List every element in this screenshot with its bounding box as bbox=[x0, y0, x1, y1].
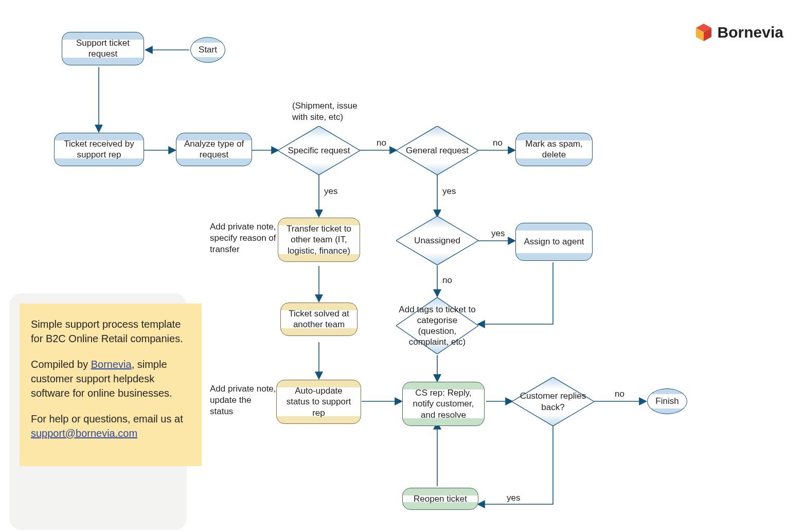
edge-label-replies-yes: yes bbox=[507, 493, 520, 503]
node-start: Start bbox=[190, 37, 225, 63]
node-support-ticket-request: Support ticket request bbox=[62, 32, 144, 65]
link-bornevia[interactable]: Bornevia bbox=[91, 359, 132, 370]
node-label: CS rep: Reply, notify customer, and reso… bbox=[410, 387, 477, 420]
node-assign-agent: Assign to agent bbox=[515, 223, 593, 261]
node-label: Start bbox=[199, 45, 217, 55]
flowchart-canvas: Bornevia bbox=[0, 0, 804, 532]
edge-label-general-yes: yes bbox=[442, 186, 456, 197]
node-unassigned: Unassigned bbox=[396, 216, 478, 265]
edge-label-specific-no: no bbox=[377, 138, 386, 148]
node-transfer-ticket: Transfer ticket to other team (IT, logis… bbox=[278, 218, 360, 262]
link-support-email[interactable]: support@bornevia.com bbox=[31, 428, 137, 439]
edge-label-unassigned-yes: yes bbox=[491, 228, 505, 239]
node-customer-replies: Customer replies back? bbox=[512, 377, 594, 426]
info-panel: Simple support process template for B2C … bbox=[20, 304, 202, 466]
brand-logo: Bornevia bbox=[694, 23, 783, 42]
node-specific-request: Specific request bbox=[278, 126, 360, 175]
bornevia-logo-icon bbox=[694, 23, 713, 42]
node-mark-spam: Mark as spam, delete bbox=[515, 133, 593, 166]
edge-label-unassigned-no: no bbox=[442, 275, 452, 286]
annotation-specific-request: (Shipment, issue with site, etc) bbox=[292, 100, 364, 123]
node-label: Customer replies back? bbox=[517, 391, 589, 413]
node-finish: Finish bbox=[647, 388, 687, 414]
node-label: General request bbox=[406, 145, 469, 156]
node-label: Specific request bbox=[288, 145, 350, 156]
edge-label-general-no: no bbox=[493, 138, 503, 148]
node-label: Ticket solved at another team bbox=[288, 308, 350, 330]
annotation-transfer: Add private note, specify reason of tran… bbox=[210, 221, 277, 255]
node-ticket-received: Ticket received by support rep bbox=[54, 133, 144, 166]
node-label: Transfer ticket to other team (IT, logis… bbox=[285, 223, 352, 256]
node-analyze: Analyze type of request bbox=[176, 133, 252, 166]
node-general-request: General request bbox=[396, 126, 478, 175]
node-label: Assign to agent bbox=[524, 236, 584, 247]
node-cs-reply: CS rep: Reply, notify customer, and reso… bbox=[402, 382, 485, 426]
node-label: Finish bbox=[655, 396, 678, 406]
node-label: Ticket received by support rep bbox=[62, 138, 136, 161]
info-paragraph-3: For help or questions, email us at suppo… bbox=[31, 412, 190, 440]
edge-label-replies-no: no bbox=[615, 389, 624, 399]
node-label: Auto-update status to support rep bbox=[284, 385, 353, 418]
node-auto-update: Auto-update status to support rep bbox=[276, 380, 361, 424]
node-solved-other-team: Ticket solved at another team bbox=[280, 303, 358, 336]
info-paragraph-1: Simple support process template for B2C … bbox=[31, 317, 190, 346]
node-label: Add tags to ticket to categorise (questi… bbox=[399, 304, 476, 348]
node-label: Reopen ticket bbox=[414, 493, 467, 504]
annotation-auto-update: Add private note, update the status bbox=[210, 383, 277, 417]
node-add-tags: Add tags to ticket to categorise (questi… bbox=[396, 297, 478, 354]
node-reopen: Reopen ticket bbox=[402, 488, 478, 510]
edge-label-specific-yes: yes bbox=[324, 186, 337, 197]
brand-name: Bornevia bbox=[718, 24, 783, 41]
node-label: Support ticket request bbox=[69, 38, 136, 60]
node-label: Analyze type of request bbox=[184, 138, 244, 161]
node-label: Unassigned bbox=[414, 235, 460, 246]
node-label: Mark as spam, delete bbox=[523, 138, 585, 161]
info-paragraph-2: Compiled by Bornevia, simple customer su… bbox=[31, 357, 190, 400]
